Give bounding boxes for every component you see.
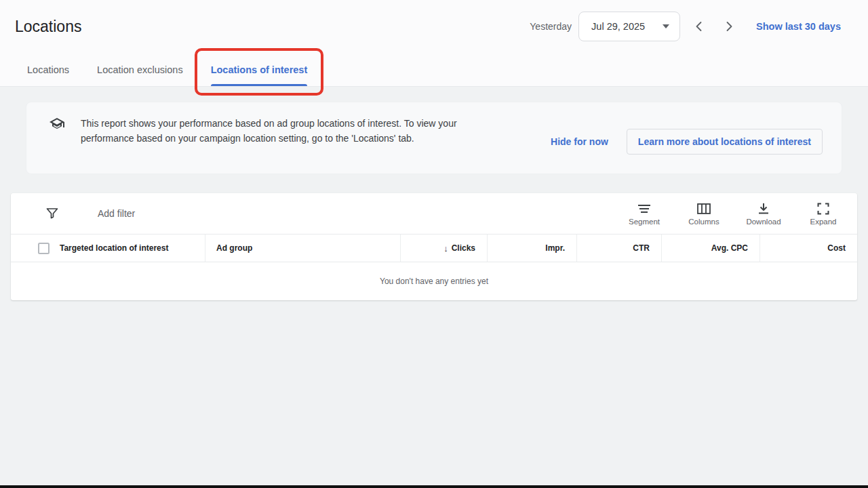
segment-label: Segment (629, 218, 660, 226)
bottom-window-edge (0, 485, 868, 488)
columns-icon (697, 203, 711, 215)
tab-locations-of-interest[interactable]: Locations of interest (210, 64, 309, 86)
report-table-card: Add filter Segment Colu (11, 193, 857, 300)
column-label: Impr. (545, 243, 565, 253)
empty-state-message: You don't have any entries yet (380, 277, 488, 286)
toolbar-actions: Segment Columns Downlo (614, 201, 857, 226)
column-header-ctr[interactable]: CTR (576, 235, 661, 262)
next-date-button[interactable] (714, 12, 744, 41)
column-label: Ad group (216, 243, 252, 253)
active-tab-underline (211, 84, 308, 87)
learn-more-button[interactable]: Learn more about locations of interest (627, 129, 823, 155)
sort-descending-icon: ↓ (443, 243, 448, 253)
banner-actions: Hide for now Learn more about locations … (551, 120, 823, 163)
download-button[interactable]: Download (734, 201, 793, 226)
download-label: Download (746, 218, 781, 226)
header-top-row: Locations Yesterday Jul 29, 2025 Show la… (0, 0, 868, 43)
hide-for-now-button[interactable]: Hide for now (551, 136, 608, 147)
chevron-right-icon (723, 20, 735, 33)
column-label: Clicks (452, 243, 475, 253)
column-header-clicks[interactable]: ↓ Clicks (400, 235, 487, 262)
table-header-row: Targeted location of interest Ad group ↓… (11, 234, 857, 262)
columns-button[interactable]: Columns (674, 201, 734, 226)
select-all-checkbox[interactable] (38, 243, 50, 254)
page-header: Locations Yesterday Jul 29, 2025 Show la… (0, 0, 868, 87)
table-toolbar: Add filter Segment Colu (11, 193, 857, 234)
expand-label: Expand (810, 218, 836, 226)
download-icon (757, 203, 770, 215)
date-preset-label[interactable]: Yesterday (530, 21, 572, 32)
column-header-targeted-location[interactable]: Targeted location of interest (11, 235, 205, 262)
date-value: Jul 29, 2025 (591, 21, 645, 32)
column-header-ad-group[interactable]: Ad group (205, 235, 400, 262)
caret-down-icon (663, 24, 669, 28)
tab-label: Locations of interest (211, 64, 308, 75)
column-header-cost[interactable]: Cost (760, 235, 857, 262)
column-label: Cost (827, 243, 846, 253)
column-label: CTR (633, 243, 650, 253)
info-banner: This report shows your performance based… (26, 102, 842, 174)
chevron-left-icon (693, 20, 705, 33)
date-picker-button[interactable]: Jul 29, 2025 (578, 12, 680, 41)
show-last-30-days-link[interactable]: Show last 30 days (756, 21, 841, 32)
column-label: Avg. CPC (711, 243, 748, 253)
segment-icon (637, 203, 651, 215)
tab-bar: Locations Location exclusions Locations … (0, 43, 868, 86)
banner-message: This report shows your performance based… (81, 117, 490, 146)
column-header-avg-cpc[interactable]: Avg. CPC (661, 235, 760, 262)
expand-button[interactable]: Expand (793, 201, 853, 226)
expand-icon (817, 203, 829, 215)
columns-label: Columns (688, 218, 719, 226)
tab-location-exclusions[interactable]: Location exclusions (96, 64, 184, 86)
school-icon (49, 116, 65, 132)
column-label: Targeted location of interest (60, 243, 168, 253)
add-filter-button[interactable]: Add filter (98, 208, 135, 219)
empty-state-row: You don't have any entries yet (11, 262, 857, 300)
previous-date-button[interactable] (684, 12, 714, 41)
segment-button[interactable]: Segment (614, 201, 674, 226)
column-header-impressions[interactable]: Impr. (487, 235, 576, 262)
filter-funnel-icon[interactable] (43, 205, 61, 222)
page-title: Locations (15, 18, 81, 36)
date-range-controls: Yesterday Jul 29, 2025 Show last 30 days (530, 12, 841, 41)
locations-page: Locations Yesterday Jul 29, 2025 Show la… (0, 0, 868, 488)
tab-locations[interactable]: Locations (26, 64, 71, 86)
